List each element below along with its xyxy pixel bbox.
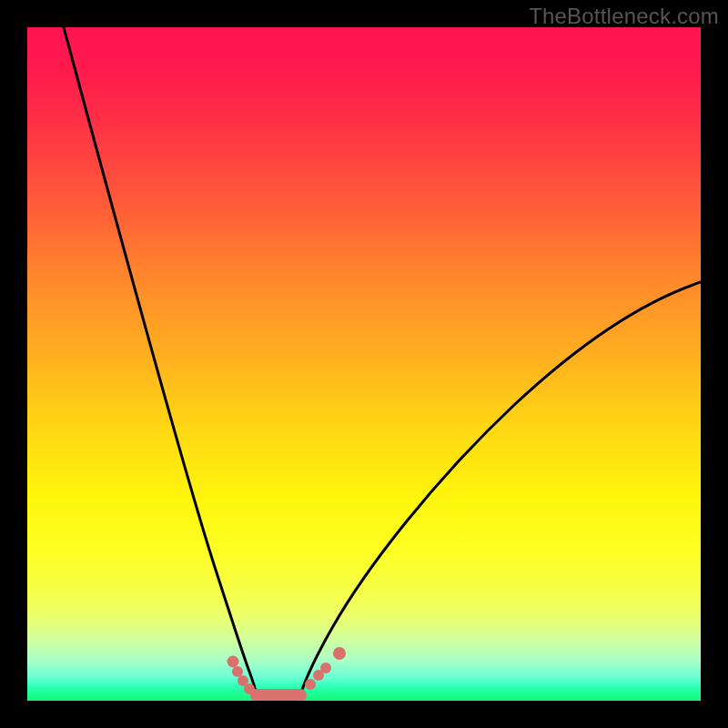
- marker-right-2: [320, 662, 331, 673]
- marker-left-3: [244, 683, 255, 694]
- bottleneck-curve: [27, 27, 701, 701]
- bottom-tag: [250, 689, 307, 701]
- chart-frame: TheBottleneck.com: [0, 0, 728, 728]
- left-curve-path: [64, 27, 257, 695]
- right-curve-path: [300, 282, 701, 695]
- marker-right-0: [305, 679, 316, 690]
- watermark-text: TheBottleneck.com: [529, 4, 719, 29]
- plot-area: [27, 27, 701, 701]
- marker-right-3: [333, 647, 346, 660]
